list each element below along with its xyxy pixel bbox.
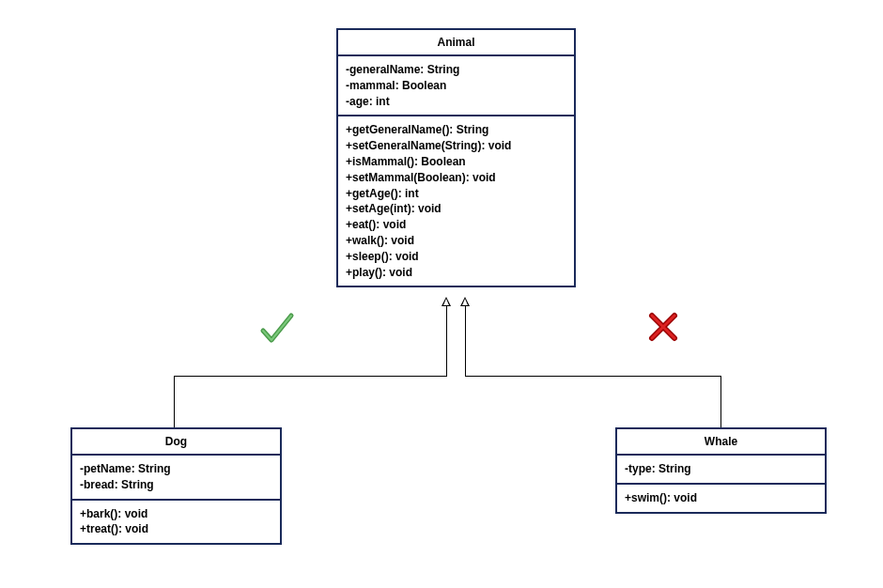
- method-row: +bark(): void: [80, 506, 272, 522]
- method-row: +treat(): void: [80, 521, 272, 537]
- attributes-section: -type: String: [617, 456, 825, 485]
- attribute-row: -mammal: Boolean: [346, 78, 566, 94]
- class-title: Whale: [617, 429, 825, 456]
- method-row: +eat(): void: [346, 217, 566, 233]
- method-row: +setGeneralName(String): void: [346, 138, 566, 154]
- method-row: +swim(): void: [625, 490, 817, 506]
- connector-line: [446, 306, 447, 376]
- attribute-row: -bread: String: [80, 477, 272, 493]
- method-row: +getGeneralName(): String: [346, 122, 566, 138]
- uml-class-dog: Dog -petName: String -bread: String +bar…: [70, 427, 282, 545]
- connector-line: [465, 376, 720, 377]
- attribute-row: -type: String: [625, 461, 817, 477]
- inheritance-arrow-whale: [460, 297, 470, 306]
- attributes-section: -petName: String -bread: String: [72, 456, 280, 501]
- methods-section: +swim(): void: [617, 485, 825, 512]
- xmark-icon: [646, 310, 680, 351]
- attributes-section: -generalName: String -mammal: Boolean -a…: [338, 56, 574, 116]
- method-row: +isMammal(): Boolean: [346, 154, 566, 170]
- method-row: +setAge(int): void: [346, 201, 566, 217]
- attribute-row: -generalName: String: [346, 62, 566, 78]
- class-title: Animal: [338, 30, 574, 56]
- uml-class-animal: Animal -generalName: String -mammal: Boo…: [336, 28, 576, 287]
- method-row: +setMammal(Boolean): void: [346, 170, 566, 186]
- connector-line: [465, 306, 466, 376]
- method-row: +walk(): void: [346, 233, 566, 249]
- method-row: +play(): void: [346, 265, 566, 281]
- checkmark-icon: [258, 310, 296, 356]
- class-title: Dog: [72, 429, 280, 456]
- method-row: +sleep(): void: [346, 249, 566, 265]
- attribute-row: -petName: String: [80, 461, 272, 477]
- methods-section: +bark(): void +treat(): void: [72, 501, 280, 544]
- connector-line: [174, 376, 175, 427]
- method-row: +getAge(): int: [346, 186, 566, 202]
- inheritance-arrow-dog: [442, 297, 451, 306]
- attribute-row: -age: int: [346, 94, 566, 110]
- uml-class-whale: Whale -type: String +swim(): void: [615, 427, 827, 514]
- connector-line: [720, 376, 721, 427]
- methods-section: +getGeneralName(): String +setGeneralNam…: [338, 116, 574, 286]
- connector-line: [174, 376, 447, 377]
